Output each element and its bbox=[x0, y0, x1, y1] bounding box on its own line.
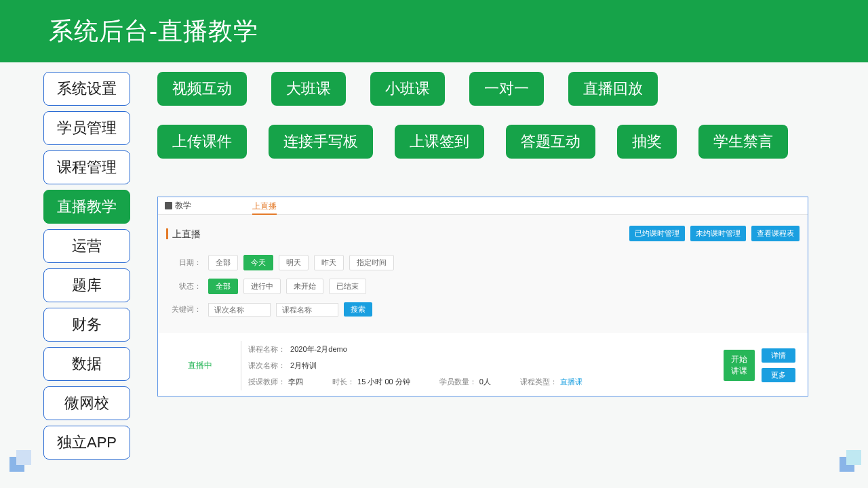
pill-class-checkin[interactable]: 上课签到 bbox=[395, 125, 484, 159]
date-opt-tomorrow[interactable]: 明天 bbox=[279, 255, 309, 270]
teacher-label: 授课教师： bbox=[248, 378, 285, 386]
main-area: 视频互动 大班课 小班课 一对一 直播回放 上传课件 连接手写板 上课签到 答题… bbox=[157, 72, 854, 460]
students-label: 学员数量： bbox=[439, 378, 477, 386]
header-action-buttons: 已约课时管理 未约课时管理 查看课程表 bbox=[629, 226, 800, 241]
pill-upload-courseware[interactable]: 上传课件 bbox=[157, 125, 247, 159]
filter-row-date: 日期： 全部 今天 明天 昨天 指定时间 bbox=[172, 255, 794, 270]
course-info: 课程名称： 2020年-2月demo 课次名称： 2月特训 授课教师：李四 时长… bbox=[248, 341, 724, 390]
btn-booked-mgmt[interactable]: 已约课时管理 bbox=[629, 226, 685, 241]
sidebar-item-finance[interactable]: 财务 bbox=[43, 308, 130, 342]
section-title: 上直播 bbox=[166, 228, 201, 239]
pill-lottery[interactable]: 抽奖 bbox=[617, 125, 677, 159]
row-actions: 开始 讲课 详情 更多 bbox=[724, 341, 800, 390]
pill-large-class[interactable]: 大班课 bbox=[271, 72, 346, 106]
detail-button[interactable]: 详情 bbox=[762, 348, 795, 363]
btn-unbooked-mgmt[interactable]: 未约课时管理 bbox=[690, 226, 746, 241]
sidebar-item-operations[interactable]: 运营 bbox=[43, 229, 130, 263]
type-label: 课程类型： bbox=[520, 378, 557, 386]
sidebar-item-data[interactable]: 数据 bbox=[43, 347, 130, 381]
status-opt-inprogress[interactable]: 进行中 bbox=[243, 279, 281, 294]
sidebar-item-system-settings[interactable]: 系统设置 bbox=[43, 72, 130, 106]
content-area: 系统设置 学员管理 课程管理 直播教学 运营 题库 财务 数据 微网校 独立AP… bbox=[0, 62, 868, 460]
more-button[interactable]: 更多 bbox=[762, 368, 795, 382]
feature-row-2: 上传课件 连接手写板 上课签到 答题互动 抽奖 学生禁言 bbox=[157, 125, 827, 159]
pill-live-replay[interactable]: 直播回放 bbox=[568, 72, 658, 106]
sidebar-item-microsite[interactable]: 微网校 bbox=[43, 386, 130, 420]
decoration-bottom-left bbox=[9, 451, 30, 472]
page-title: 系统后台-直播教学 bbox=[49, 15, 258, 48]
date-opt-all[interactable]: 全部 bbox=[208, 255, 238, 270]
date-opt-custom[interactable]: 指定时间 bbox=[349, 255, 394, 270]
students-value: 0人 bbox=[479, 378, 491, 386]
pill-video-interact[interactable]: 视频互动 bbox=[157, 72, 247, 106]
panel-tabs: 教学 上直播 bbox=[158, 197, 808, 215]
tab-go-live[interactable]: 上直播 bbox=[252, 197, 277, 215]
date-opt-yesterday[interactable]: 昨天 bbox=[314, 255, 344, 270]
type-value: 直播课 bbox=[560, 378, 583, 386]
sub-titlebar: 上直播 已约课时管理 未约课时管理 查看课程表 bbox=[166, 226, 800, 241]
sidebar-item-student-mgmt[interactable]: 学员管理 bbox=[43, 111, 130, 145]
filter-row-keyword: 关键词： 搜索 bbox=[172, 302, 794, 317]
panel-subheader: 上直播 已约课时管理 未约课时管理 查看课程表 日期： 全部 今天 明天 昨天 bbox=[158, 215, 808, 333]
row-divider bbox=[241, 341, 241, 390]
sidebar-item-live-teaching[interactable]: 直播教学 bbox=[43, 190, 130, 224]
decoration-bottom-right bbox=[841, 451, 861, 472]
status-opt-ended[interactable]: 已结束 bbox=[329, 279, 366, 294]
course-name-label: 课程名称： bbox=[248, 345, 285, 353]
page-header: 系统后台-直播教学 bbox=[0, 0, 868, 62]
sidebar: 系统设置 学员管理 课程管理 直播教学 运营 题库 财务 数据 微网校 独立AP… bbox=[43, 72, 130, 460]
teaching-icon bbox=[165, 202, 172, 209]
date-opt-today[interactable]: 今天 bbox=[243, 255, 273, 270]
session-name-value: 2月特训 bbox=[290, 361, 317, 369]
status-opt-notstarted[interactable]: 未开始 bbox=[286, 279, 323, 294]
tab-teaching[interactable]: 教学 bbox=[165, 200, 191, 211]
input-session-name[interactable] bbox=[208, 303, 271, 317]
btn-view-schedule[interactable]: 查看课程表 bbox=[751, 226, 800, 241]
search-button[interactable]: 搜索 bbox=[344, 302, 372, 317]
sidebar-item-question-bank[interactable]: 题库 bbox=[43, 268, 130, 302]
course-row: 直播中 课程名称： 2020年-2月demo 课次名称： 2月特训 授课教师：李… bbox=[158, 333, 808, 396]
filter-row-status: 状态： 全部 进行中 未开始 已结束 bbox=[172, 279, 794, 294]
session-name-label: 课次名称： bbox=[248, 361, 285, 369]
live-panel: 教学 上直播 上直播 已约课时管理 未约课时管理 查看课程表 日期： 全部 bbox=[157, 197, 808, 396]
duration-value: 15 小时 00 分钟 bbox=[357, 378, 410, 386]
course-name-value: 2020年-2月demo bbox=[290, 345, 347, 353]
date-label: 日期： bbox=[172, 258, 201, 268]
pill-connect-tablet[interactable]: 连接手写板 bbox=[269, 125, 373, 159]
live-status-tag: 直播中 bbox=[166, 341, 234, 390]
status-label: 状态： bbox=[172, 281, 201, 291]
duration-label: 时长： bbox=[332, 378, 355, 386]
sidebar-item-standalone-app[interactable]: 独立APP bbox=[43, 426, 130, 460]
input-course-name[interactable] bbox=[276, 303, 338, 317]
pill-one-on-one[interactable]: 一对一 bbox=[469, 72, 544, 106]
pill-small-class[interactable]: 小班课 bbox=[370, 72, 445, 106]
keyword-label: 关键词： bbox=[172, 304, 201, 314]
status-opt-all[interactable]: 全部 bbox=[208, 279, 238, 294]
pill-mute-student[interactable]: 学生禁言 bbox=[698, 125, 788, 159]
sidebar-item-course-mgmt[interactable]: 课程管理 bbox=[43, 150, 130, 184]
filters: 日期： 全部 今天 明天 昨天 指定时间 状态： 全部 进行中 未开始 已结束 bbox=[166, 255, 800, 317]
pill-quiz-interact[interactable]: 答题互动 bbox=[506, 125, 595, 159]
start-lecture-button[interactable]: 开始 讲课 bbox=[724, 350, 755, 381]
teacher-value: 李四 bbox=[288, 378, 303, 386]
feature-row-1: 视频互动 大班课 小班课 一对一 直播回放 bbox=[157, 72, 827, 106]
